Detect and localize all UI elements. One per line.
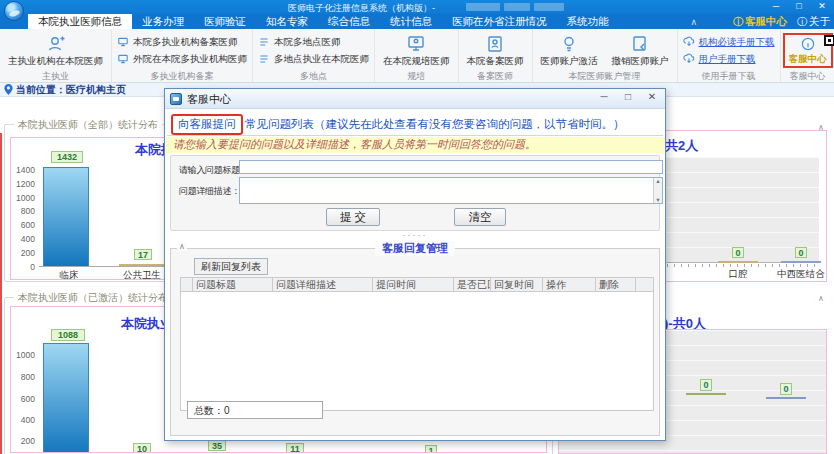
tab-business[interactable]: 业务办理	[132, 14, 194, 29]
monitor-person-icon	[406, 34, 426, 54]
ribbon-group-multi-org: 本院多执业机构备案医师 外院在本院多执业机构医师 多执业机构备案	[112, 29, 253, 82]
notice-banner: 请您输入要提问的问题以及详细描述，客服人员将第一时间回答您的问题。	[166, 137, 665, 153]
ribbon-group-caption: 客服中心	[786, 70, 830, 82]
y-tick: 200	[11, 436, 35, 446]
registered-doctors-button[interactable]: 本院备案医师	[464, 33, 527, 69]
ribbon-item-label: 机构必读手册下载	[699, 36, 775, 49]
reply-collapse-icon[interactable]: ∧	[177, 242, 187, 251]
redacted-text-block	[534, 3, 564, 11]
scroll-down-icon[interactable]: ▼	[654, 197, 662, 203]
ribbon-item-label: 多地点执业在本院医师	[274, 53, 369, 66]
service-center-dialog: 客服中心 ─ □ ✕ 向客服提问 常见问题列表（建议先在此处查看有没有您要咨询的…	[164, 88, 666, 441]
zero-bar-integrated	[781, 261, 821, 263]
question-desc-textarea[interactable]: ▲ ▼	[239, 177, 663, 204]
clear-button[interactable]: 清空	[454, 208, 506, 226]
download-icon	[683, 36, 695, 48]
tab-experts[interactable]: 知名专家	[256, 14, 318, 29]
y-tick: 600	[11, 394, 35, 404]
bar-value-label: 1432	[51, 151, 83, 163]
question-title-input[interactable]	[239, 160, 663, 174]
bar-value-label: 0	[795, 247, 807, 258]
x-category-label: 中西医结合	[773, 268, 827, 281]
redacted-text-block	[504, 3, 530, 11]
window-minimize-button[interactable]: ─	[770, 1, 782, 11]
org-manual-download-link[interactable]: 机构必读手册下载	[683, 36, 775, 49]
submit-button[interactable]: 提 交	[326, 208, 380, 226]
user-manual-download-link[interactable]: 用户手册下载	[683, 53, 756, 66]
tab-general-info[interactable]: 综合信息	[318, 14, 380, 29]
zero-point-green	[686, 393, 726, 395]
divider	[167, 135, 663, 136]
info-icon: ⓘ	[797, 16, 807, 27]
ribbon-item-label: 用户手册下载	[699, 53, 756, 66]
list-icon	[258, 53, 270, 65]
y-tick: 200	[11, 248, 35, 258]
dialog-close-button[interactable]: ✕	[645, 91, 659, 102]
revoke-account-button[interactable]: 撤销医师账户	[609, 33, 672, 69]
tab-verification[interactable]: 医师验证	[194, 14, 256, 29]
ribbon-collapse-icon[interactable]: ∧	[690, 17, 697, 27]
tab-out-of-province[interactable]: 医师在外省注册情况	[442, 14, 557, 29]
bar-value-label: 11	[286, 443, 304, 453]
external-multi-org-doctors-button[interactable]: 外院在本院多执业机构医师	[117, 53, 247, 66]
redacted-text-block	[466, 3, 500, 11]
zero-point-blue	[766, 397, 806, 399]
ribbon-item-label: 医师账户激活	[541, 55, 598, 68]
dialog-icon	[170, 93, 182, 105]
primary-practice-doctors-button[interactable]: 主执业机构在本院医师	[5, 33, 106, 69]
total-count-box: 总数：0	[187, 401, 323, 419]
ribbon-item-label: 撤销医师账户	[612, 55, 669, 68]
scroll-up-icon[interactable]: ▲	[654, 178, 662, 184]
bar-value-label: 1088	[51, 329, 85, 341]
tab-system[interactable]: 系统功能	[557, 14, 619, 29]
list-icon	[258, 36, 270, 48]
filler-column-header	[636, 278, 653, 291]
app-logo	[4, 1, 24, 21]
ribbon-group-multi-site: 本院多地点医师 多地点执业在本院医师 多地点	[253, 29, 375, 82]
id-card-icon	[485, 34, 505, 54]
dialog-minimize-button[interactable]: ─	[597, 91, 611, 102]
bar-clinical-active	[43, 343, 89, 453]
refresh-replies-button[interactable]: 刷新回复列表	[194, 258, 268, 275]
own-multi-site-doctors-button[interactable]: 本院多地点医师	[258, 36, 341, 49]
own-multi-org-doctors-button[interactable]: 本院多执业机构备案医师	[117, 36, 238, 49]
info-icon: ⓘ	[733, 16, 743, 27]
window-titlebar: 医师电子化注册信息系统（机构版）- ─ □ ✕	[0, 0, 834, 14]
ribbon-group-caption: 主执业	[5, 70, 106, 82]
question-desc-label: 问题详细描述：	[179, 185, 240, 198]
ribbon-item-label: 主执业机构在本院医师	[8, 55, 103, 68]
window-maximize-button[interactable]: □	[793, 1, 805, 11]
training-doctors-button[interactable]: 在本院规培医师	[380, 33, 453, 69]
table-body-empty	[180, 292, 654, 411]
column-header: 回复时间	[491, 278, 543, 291]
about-link[interactable]: ⓘ关于	[797, 15, 830, 29]
ribbon-group-manuals: 机构必读手册下载 用户手册下载 使用手册下载	[678, 29, 781, 82]
reply-section-title: 客服回复管理	[375, 241, 455, 256]
panel-collapse-icon[interactable]: ∧	[818, 294, 824, 303]
dialog-maximize-button[interactable]: □	[621, 91, 635, 102]
tab-ask-service[interactable]: 向客服提问	[171, 114, 243, 135]
service-center-link[interactable]: ⓘ客服中心	[733, 15, 787, 29]
window-close-button[interactable]: ✕	[816, 1, 828, 11]
reply-management-section: 刷新回复列表 问题标题 问题详细描述 提问时间 是否已回.. 回复时间 操作 删…	[170, 248, 660, 436]
multi-site-doctors-here-button[interactable]: 多地点执业在本院医师	[258, 53, 369, 66]
ribbon-group-primary-practice: 主执业机构在本院医师 主执业	[0, 29, 112, 82]
dialog-titlebar[interactable]: 客服中心 ─ □ ✕	[165, 89, 665, 109]
column-header: 操作	[543, 278, 596, 291]
ribbon-item-label: 本院多执业机构备案医师	[133, 36, 238, 49]
bar-value-label: 0	[732, 247, 744, 258]
point-value-label: 0	[780, 383, 792, 395]
app-window: 医师电子化注册信息系统（机构版）- ─ □ ✕ 本院执业医师信息 业务办理 医师…	[0, 0, 834, 454]
y-tick: 1000	[11, 350, 35, 360]
textarea-scrollbar[interactable]: ▲ ▼	[653, 178, 662, 203]
bar-value-label: 35	[208, 440, 226, 451]
monitor-icon	[117, 36, 129, 48]
tab-faq-list[interactable]: 常见问题列表（建议先在此处查看有没有您要咨询的问题，以节省时间。）	[245, 117, 625, 132]
question-form: 请输入问题标题： 问题详细描述： ▲ ▼ 提 交 清空	[170, 155, 660, 231]
ribbon-item-label: 本院备案医师	[467, 55, 524, 68]
tab-statistics[interactable]: 统计信息	[380, 14, 442, 29]
ribbon-group-caption: 多地点	[258, 70, 369, 82]
tab-current-doctors[interactable]: 本院执业医师信息	[28, 14, 132, 29]
splitter-dots[interactable]: ·····	[165, 231, 665, 239]
activate-account-button[interactable]: 医师账户激活	[538, 33, 601, 69]
